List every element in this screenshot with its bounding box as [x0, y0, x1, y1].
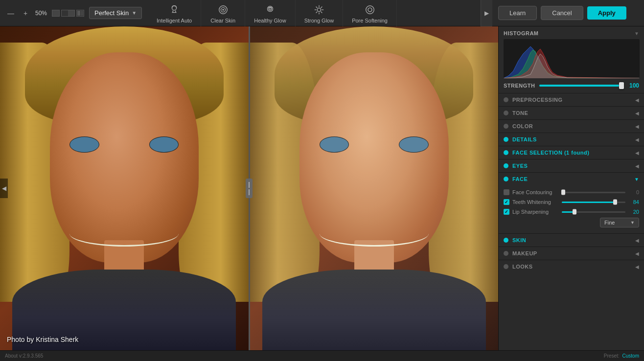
lip-sharpening-row: Lip Sharpening 20: [504, 207, 639, 217]
section-face: FACE ▼ Face Contouring 0: [499, 172, 644, 233]
strength-label: STRENGTH: [504, 83, 535, 89]
preset-clear-skin[interactable]: Clear Skin: [201, 0, 245, 26]
face-selection-title: FACE SELECTION (1 found): [512, 150, 631, 156]
color-title: COLOR: [512, 123, 631, 129]
main-area: ◀ Photo by Kristina Sherk: [0, 26, 644, 350]
pore-softening-icon: [363, 3, 377, 17]
face-selection-arrow: ◀: [635, 150, 639, 156]
teeth-whitening-value: 84: [628, 199, 639, 205]
eye-right-2: [399, 136, 429, 153]
skin-arrow: ◀: [635, 238, 639, 243]
face-contouring-thumb[interactable]: [561, 190, 565, 195]
color-arrow: ◀: [635, 124, 639, 129]
histogram-collapse[interactable]: ▼: [634, 31, 639, 36]
lip-sharpening-slider[interactable]: [562, 211, 625, 213]
lip-sharpening-thumb[interactable]: [573, 209, 576, 215]
preset-healthy-glow[interactable]: Healthy Glow: [245, 0, 295, 26]
section-face-selection-header[interactable]: FACE SELECTION (1 found) ◀: [499, 146, 644, 159]
top-bar-right: Learn Cancel Apply: [492, 6, 644, 20]
original-photo: [0, 26, 249, 350]
tone-title: TONE: [512, 110, 631, 116]
details-dot: [504, 137, 508, 142]
skin-dot: [504, 238, 508, 243]
eyes-dot: [504, 163, 508, 168]
side-by-side-view-icon[interactable]: [76, 10, 84, 17]
section-preprocessing: PREPROCESSING ◀: [499, 93, 644, 106]
strong-glow-icon: [312, 3, 326, 17]
face-arrow: ▼: [634, 177, 639, 182]
canvas-area: ◀ Photo by Kristina Sherk: [0, 26, 498, 350]
face-selection-dot: [504, 150, 508, 155]
teeth-whitening-slider[interactable]: [562, 202, 625, 203]
svg-line-14: [316, 6, 317, 8]
photo-credit: Photo by Kristina Sherk: [7, 336, 78, 343]
svg-point-9: [317, 8, 321, 11]
healthy-glow-icon: [263, 3, 277, 17]
section-makeup: MAKEUP ◀: [499, 247, 644, 260]
section-color-header[interactable]: COLOR ◀: [499, 120, 644, 133]
svg-point-6: [222, 9, 224, 11]
histogram-canvas: [504, 39, 640, 78]
top-bar-left: — + 50% Perfect Skin ▼: [0, 7, 148, 19]
intelligent-auto-label: Intelligent Auto: [157, 18, 192, 23]
preset-selector[interactable]: Perfect Skin ▼: [89, 7, 142, 19]
section-face-header[interactable]: FACE ▼: [499, 173, 644, 185]
photo-divider[interactable]: [249, 26, 250, 350]
face-title: FACE: [512, 176, 630, 182]
bottom-bar: About v:2.9.3.565 Preset: Custom: [0, 350, 644, 361]
preset-intelligent-auto[interactable]: Intelligent Auto: [148, 0, 201, 26]
tone-dot: [504, 111, 508, 115]
lip-mode-dropdown[interactable]: Fine ▼: [600, 218, 639, 227]
learn-button[interactable]: Learn: [498, 6, 537, 20]
face-dot: [504, 177, 508, 181]
lip-sharpening-label: Lip Sharpening: [512, 209, 559, 215]
apply-button[interactable]: Apply: [587, 6, 626, 20]
skin-title: SKIN: [512, 237, 631, 243]
histogram-header: HISTOGRAM ▼: [504, 30, 639, 36]
preset-strong-glow[interactable]: Strong Glow: [296, 0, 344, 26]
strength-slider[interactable]: [539, 85, 621, 87]
lip-sharpening-checkbox[interactable]: [504, 209, 509, 215]
add-button[interactable]: +: [21, 8, 30, 18]
section-looks-header[interactable]: LOOKS ◀: [499, 260, 644, 273]
single-view-icon[interactable]: [52, 10, 60, 17]
face-contouring-row: Face Contouring 0: [504, 187, 639, 197]
svg-point-8: [269, 7, 272, 10]
section-makeup-header[interactable]: MAKEUP ◀: [499, 247, 644, 260]
bottom-preset: Preset: Custom: [604, 353, 639, 359]
left-panel-toggle[interactable]: ◀: [0, 179, 8, 198]
section-skin-header[interactable]: SKIN ◀: [499, 234, 644, 247]
lip-sharpening-value: 20: [628, 209, 639, 215]
zoom-level: 50%: [35, 10, 47, 17]
divider-handle[interactable]: [246, 179, 253, 198]
preprocessing-arrow: ◀: [635, 97, 639, 103]
face-contouring-checkbox[interactable]: [504, 189, 509, 195]
histogram-section: HISTOGRAM ▼: [499, 26, 644, 78]
looks-dot: [504, 264, 508, 269]
section-details-header[interactable]: DETAILS ◀: [499, 133, 644, 146]
strong-glow-label: Strong Glow: [304, 18, 334, 23]
section-eyes-header[interactable]: EYES ◀: [499, 159, 644, 172]
color-dot: [504, 124, 508, 129]
section-looks: LOOKS ◀: [499, 260, 644, 273]
section-eyes: EYES ◀: [499, 159, 644, 172]
presets-next-arrow[interactable]: ▶: [481, 0, 492, 26]
clear-skin-icon: [216, 3, 230, 17]
strength-slider-thumb[interactable]: [619, 82, 624, 89]
presets-row: Intelligent Auto Clear Skin Healthy Glow…: [148, 0, 481, 26]
preset-pore-softening[interactable]: Pore Softening: [343, 0, 397, 26]
panel-sections: PREPROCESSING ◀ TONE ◀ COLOR ◀: [499, 93, 644, 350]
minimize-button[interactable]: —: [6, 8, 16, 18]
section-tone-header[interactable]: TONE ◀: [499, 107, 644, 119]
strength-value: 100: [625, 82, 639, 89]
cancel-button[interactable]: Cancel: [541, 6, 583, 20]
makeup-arrow: ◀: [635, 251, 639, 256]
section-preprocessing-header[interactable]: PREPROCESSING ◀: [499, 93, 644, 106]
split-view-icon[interactable]: [61, 10, 75, 17]
teeth-whitening-thumb[interactable]: [613, 200, 617, 205]
top-bar: — + 50% Perfect Skin ▼ Intelligent Auto: [0, 0, 644, 26]
healthy-glow-label: Healthy Glow: [254, 18, 286, 23]
teeth-whitening-checkbox[interactable]: [504, 199, 509, 205]
face-contouring-slider[interactable]: [562, 192, 625, 193]
section-details: DETAILS ◀: [499, 133, 644, 146]
